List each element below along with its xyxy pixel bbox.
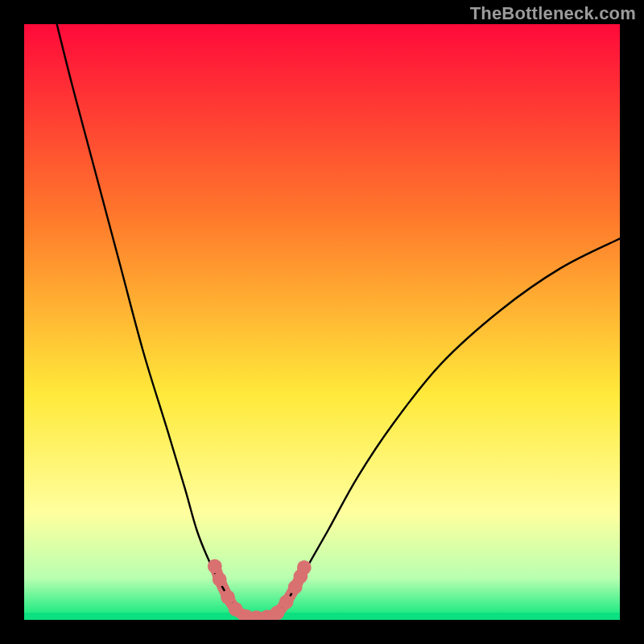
bead-point [213,572,227,587]
bead-point [297,560,312,575]
bead-point [279,595,294,609]
gradient-background [24,24,620,620]
plot-area [24,24,620,620]
bead-point [221,590,235,605]
watermark-text: TheBottleneck.com [470,3,636,24]
chart-frame: TheBottleneck.com [0,0,644,644]
bottleneck-chart [24,24,620,620]
green-bottom-band [24,613,620,620]
bead-point [208,559,222,574]
